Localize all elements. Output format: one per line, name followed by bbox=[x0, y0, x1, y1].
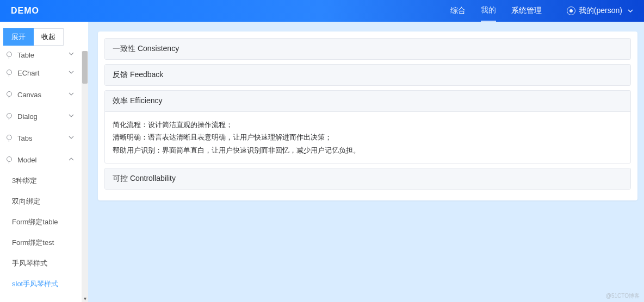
accordion-header[interactable]: 反馈 Feedback bbox=[105, 65, 630, 85]
chevron-up-icon bbox=[69, 156, 74, 163]
nav-system[interactable]: 系统管理 bbox=[511, 6, 542, 16]
top-nav: 综合 我的 系统管理 我的(person) bbox=[450, 5, 633, 16]
location-icon bbox=[5, 69, 13, 77]
chevron-down-icon bbox=[69, 135, 74, 141]
sidebar-subitem-slot-accordion[interactable]: slot手风琴样式 bbox=[10, 274, 82, 294]
accordion-text-line: 清晰明确：语言表达清晰且表意明确，让用户快速理解进而作出决策； bbox=[113, 131, 623, 143]
nav-zonghe[interactable]: 综合 bbox=[450, 6, 466, 16]
accordion-item-consistency: 一致性 Consistency bbox=[104, 38, 631, 60]
sidebar-item-label: Canvas bbox=[17, 91, 69, 99]
watermark-text: @51CTO博客 bbox=[606, 292, 640, 300]
app-header: DEMO 综合 我的 系统管理 我的(person) bbox=[0, 0, 644, 22]
sidebar-toolbar: 展开 收起 bbox=[0, 22, 88, 51]
sidebar-item-tabs[interactable]: Tabs bbox=[0, 127, 82, 149]
accordion-text-line: 帮助用户识别：界面简单直白，让用户快速识别而非回忆，减少用户记忆负担。 bbox=[113, 144, 623, 156]
sidebar-item-dialog[interactable]: Dialog bbox=[0, 105, 82, 127]
accordion-card: 一致性 Consistency 反馈 Feedback 效率 Efficienc… bbox=[98, 32, 637, 200]
sidebar-item-echart[interactable]: EChart bbox=[0, 62, 82, 84]
sidebar-item-model[interactable]: Model bbox=[0, 149, 82, 171]
collapse-button[interactable]: 收起 bbox=[34, 28, 64, 46]
sidebar-item-label: EChart bbox=[17, 69, 69, 77]
chevron-down-icon bbox=[628, 7, 633, 15]
accordion-header[interactable]: 可控 Controllability bbox=[105, 168, 630, 189]
sidebar-item-table[interactable]: Table bbox=[0, 51, 82, 62]
sidebar-subitem-3binding[interactable]: 3种绑定 bbox=[10, 171, 82, 191]
chevron-down-icon bbox=[69, 113, 74, 119]
chevron-down-icon bbox=[69, 51, 74, 58]
location-icon bbox=[5, 91, 13, 98]
app-logo: DEMO bbox=[11, 6, 39, 16]
scrollbar-thumb[interactable] bbox=[82, 51, 88, 84]
expand-button[interactable]: 展开 bbox=[3, 28, 34, 46]
accordion-item-feedback: 反馈 Feedback bbox=[104, 64, 631, 86]
avatar-icon bbox=[567, 7, 575, 15]
sidebar-subitem-accordion[interactable]: 手风琴样式 bbox=[10, 253, 82, 274]
accordion-header[interactable]: 一致性 Consistency bbox=[105, 39, 630, 59]
sidebar-subitem-formtest[interactable]: Form绑定test bbox=[10, 232, 82, 253]
chevron-down-icon bbox=[69, 91, 74, 98]
user-label: 我的(person) bbox=[579, 6, 622, 16]
sidebar-item-label: Model bbox=[17, 156, 69, 164]
nav-wode[interactable]: 我的 bbox=[481, 5, 496, 22]
location-icon bbox=[5, 156, 13, 163]
location-icon bbox=[5, 112, 13, 120]
location-icon bbox=[5, 134, 13, 142]
sidebar-item-label: Table bbox=[17, 51, 69, 59]
sidebar-item-canvas[interactable]: Canvas bbox=[0, 84, 82, 105]
scroll-down-icon[interactable]: ▾ bbox=[82, 295, 88, 302]
accordion-item-controllability: 可控 Controllability bbox=[104, 168, 631, 190]
sidebar-item-label: Dialog bbox=[17, 112, 69, 121]
main-content: 一致性 Consistency 反馈 Feedback 效率 Efficienc… bbox=[88, 22, 644, 302]
accordion-item-efficiency: 效率 Efficiency 简化流程：设计简洁直观的操作流程； 清晰明确：语言表… bbox=[104, 90, 631, 163]
user-menu[interactable]: 我的(person) bbox=[567, 6, 633, 16]
sidebar: 展开 收起 Table EChart bbox=[0, 22, 88, 302]
accordion-body: 简化流程：设计简洁直观的操作流程； 清晰明确：语言表达清晰且表意明确，让用户快速… bbox=[105, 111, 630, 163]
sidebar-submenu-model: 3种绑定 双向绑定 Form绑定table Form绑定test 手风琴样式 s… bbox=[0, 171, 82, 294]
chevron-down-icon bbox=[69, 70, 74, 76]
sidebar-menu: Table EChart Canvas bbox=[0, 51, 82, 302]
sidebar-subitem-twoway[interactable]: 双向绑定 bbox=[10, 191, 82, 212]
sidebar-subitem-formtable[interactable]: Form绑定table bbox=[10, 212, 82, 232]
accordion-header[interactable]: 效率 Efficiency bbox=[105, 91, 630, 111]
accordion-text-line: 简化流程：设计简洁直观的操作流程； bbox=[113, 118, 623, 131]
scrollbar-track[interactable]: ▴ ▾ bbox=[82, 51, 88, 302]
sidebar-item-label: Tabs bbox=[17, 134, 69, 142]
location-icon bbox=[5, 51, 13, 59]
